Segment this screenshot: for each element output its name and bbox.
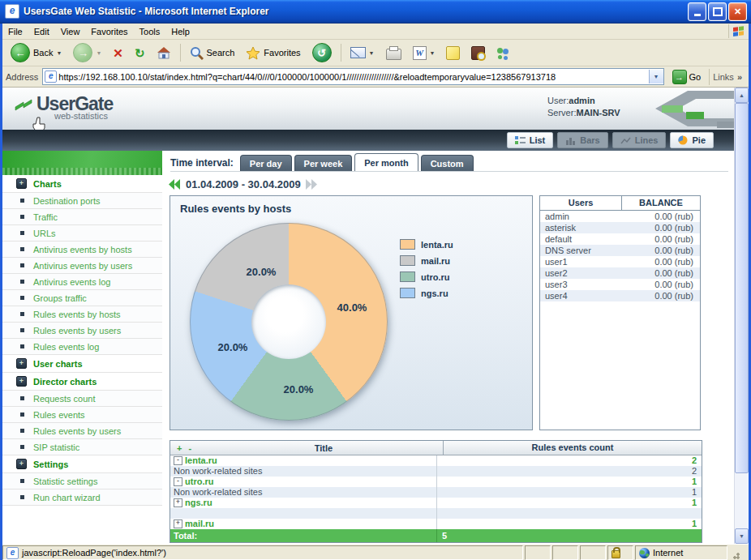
table-row[interactable]: admin0.00 (rub) xyxy=(540,211,700,222)
table-row[interactable]: Non work-related sites 2 xyxy=(170,466,702,477)
menu-file[interactable]: File xyxy=(2,25,28,38)
sidebar-item-urls[interactable]: URLs xyxy=(2,225,162,242)
expand-icon[interactable]: + xyxy=(16,358,27,369)
sidebar-item-destination-ports[interactable]: Destination ports xyxy=(2,193,162,209)
sidebar-item-run-chart-wizard[interactable]: Run chart wizard xyxy=(2,489,162,506)
lock-icon xyxy=(612,550,620,558)
notes-button[interactable] xyxy=(441,44,465,62)
pie-view-button[interactable]: Pie xyxy=(670,132,714,148)
go-button[interactable]: → Go xyxy=(667,68,706,86)
menu-edit[interactable]: Edit xyxy=(28,25,55,38)
links-button[interactable]: Links» xyxy=(709,69,745,85)
tab-custom[interactable]: Custom xyxy=(421,155,474,171)
refresh-button[interactable]: ↻ xyxy=(130,45,150,62)
resize-grip[interactable] xyxy=(729,545,747,560)
close-button[interactable]: ✕ xyxy=(728,2,747,21)
sidebar-item-rules-events-by-users-2[interactable]: Rules events by users xyxy=(2,423,162,439)
menu-favorites[interactable]: Favorites xyxy=(85,25,133,38)
mail-button[interactable]: ▼ xyxy=(345,45,380,61)
back-dropdown-icon[interactable]: ▼ xyxy=(56,50,62,56)
expand-all-button[interactable]: + xyxy=(177,443,182,453)
expand-icon[interactable]: + xyxy=(174,498,182,507)
table-row[interactable]: user30.00 (rub) xyxy=(540,279,700,290)
collapse-all-button[interactable]: - xyxy=(188,443,191,453)
table-row[interactable]: Non work-related sites 1 xyxy=(170,487,702,498)
sidebar-item-statistic-settings[interactable]: Statistic settings xyxy=(2,473,162,489)
address-field[interactable]: e ▼ xyxy=(42,68,663,85)
expand-icon[interactable]: + xyxy=(16,376,27,387)
lines-icon xyxy=(620,136,631,145)
expand-icon[interactable]: + xyxy=(16,178,27,189)
print-button[interactable] xyxy=(381,43,406,62)
sidebar-item-antivirus-events-log[interactable]: Antivirus events log xyxy=(2,274,162,290)
tab-per-day[interactable]: Per day xyxy=(240,155,292,171)
events-table-header: + - Title Rules events count xyxy=(170,441,702,455)
table-row[interactable]: -lenta.ru 2 xyxy=(170,455,702,466)
sidebar-item-director-charts[interactable]: +Director charts xyxy=(2,373,162,391)
table-row[interactable]: user20.00 (rub) xyxy=(540,267,700,279)
sidebar-item-rules-events-by-users[interactable]: Rules events by users xyxy=(2,323,162,339)
table-row[interactable]: default0.00 (rub) xyxy=(540,233,700,245)
sidebar-item-rules-events[interactable]: Rules events xyxy=(2,407,162,423)
scrollbar-thumb[interactable] xyxy=(735,103,749,473)
edit-word-button[interactable]: W▼ xyxy=(408,44,440,62)
history-button[interactable]: ↺ xyxy=(307,41,337,65)
table-row[interactable]: +mail.ru 1 xyxy=(170,519,702,529)
sidebar-item-groups-traffic[interactable]: Groups traffic xyxy=(2,290,162,306)
menu-bar: File Edit View Favorites Tools Help xyxy=(2,24,749,40)
table-row[interactable]: DNS server0.00 (rub) xyxy=(540,245,700,256)
address-label: Address xyxy=(6,72,38,82)
menu-tools[interactable]: Tools xyxy=(134,25,166,38)
stop-button[interactable]: ✕ xyxy=(108,45,128,62)
sidebar-item-antivirus-events-by-hosts[interactable]: Antivirus events by hosts xyxy=(2,242,162,258)
collapse-icon[interactable]: - xyxy=(174,456,182,465)
maximize-button[interactable] xyxy=(708,2,727,21)
back-button[interactable]: ← Back ▼ xyxy=(6,41,67,65)
expand-icon[interactable]: + xyxy=(16,459,27,469)
home-icon xyxy=(157,46,171,59)
minimize-button[interactable] xyxy=(688,2,706,21)
scroll-down-icon[interactable]: ▼ xyxy=(735,528,749,544)
tab-per-week[interactable]: Per week xyxy=(294,155,353,171)
sidebar-banner xyxy=(2,151,162,175)
table-row[interactable]: user10.00 (rub) xyxy=(540,256,700,267)
menu-help[interactable]: Help xyxy=(165,25,195,38)
table-row[interactable]: user40.00 (rub) xyxy=(540,290,700,301)
sidebar-item-rules-events-log[interactable]: Rules events log xyxy=(2,339,162,355)
view-toolbar: List Bars Lines Pie xyxy=(2,130,734,152)
collapse-icon[interactable]: - xyxy=(174,477,182,486)
menu-view[interactable]: View xyxy=(55,25,86,38)
legend-item: utro.ru xyxy=(400,271,453,282)
address-input[interactable] xyxy=(57,70,648,83)
sidebar-item-user-charts[interactable]: +User charts xyxy=(2,355,162,373)
date-navigation: 01.04.2009 - 30.04.2009 xyxy=(169,176,318,192)
address-dropdown-icon[interactable]: ▼ xyxy=(649,70,663,83)
table-row[interactable]: asterisk0.00 (rub) xyxy=(540,222,700,233)
home-button[interactable] xyxy=(152,44,176,62)
search-button[interactable]: Search xyxy=(185,44,240,62)
next-period-icon[interactable] xyxy=(306,179,318,190)
sidebar-item-rules-events-by-hosts[interactable]: Rules events by hosts xyxy=(2,306,162,323)
sidebar-item-requests-count[interactable]: Requests count xyxy=(2,391,162,407)
research-button[interactable] xyxy=(466,44,490,62)
sidebar-item-sip-statistic[interactable]: SIP statistic xyxy=(2,439,162,455)
legend-swatch xyxy=(400,271,415,282)
forward-button[interactable]: → ▼ xyxy=(68,41,106,65)
table-row[interactable]: -utro.ru 1 xyxy=(170,477,702,487)
favorites-button[interactable]: Favorites xyxy=(241,44,305,62)
vertical-scrollbar[interactable]: ▲ ▼ xyxy=(734,88,749,544)
messenger-button[interactable] xyxy=(491,45,514,62)
previous-period-icon[interactable] xyxy=(169,179,181,190)
tab-per-month[interactable]: Per month xyxy=(354,153,418,171)
sidebar-item-charts[interactable]: +Charts xyxy=(2,175,162,193)
list-view-button[interactable]: List xyxy=(507,132,554,148)
scroll-up-icon[interactable]: ▲ xyxy=(735,88,749,103)
scrollbar-track[interactable] xyxy=(735,473,749,528)
url-favicon: e xyxy=(45,71,57,83)
expand-icon[interactable]: + xyxy=(174,519,182,528)
sidebar-item-antivirus-events-by-users[interactable]: Antivirus events by users xyxy=(2,258,162,274)
table-row[interactable]: +ngs.ru 1 xyxy=(170,498,702,508)
sidebar-item-settings[interactable]: +Settings xyxy=(2,455,162,473)
sidebar-item-traffic[interactable]: Traffic xyxy=(2,209,162,225)
bars-icon xyxy=(565,136,576,145)
